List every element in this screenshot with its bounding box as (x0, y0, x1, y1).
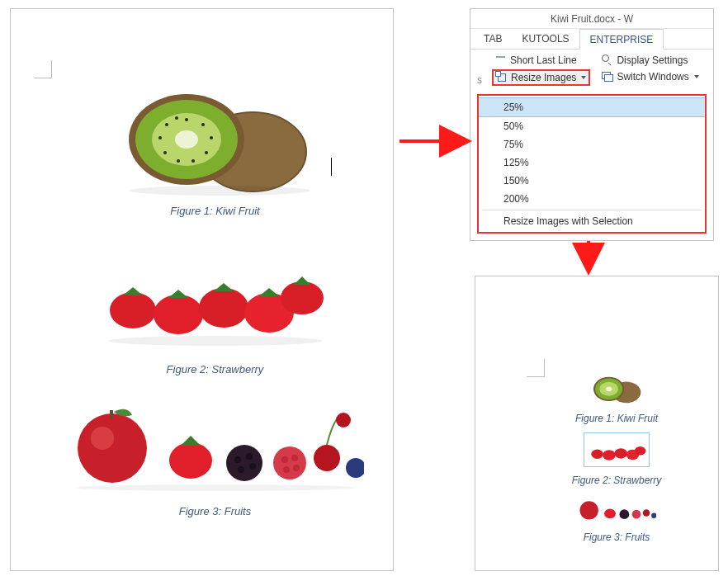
svg-point-27 (226, 445, 262, 481)
svg-point-14 (165, 123, 168, 126)
window-title: Kiwi Fruit.docx - W (470, 9, 713, 29)
figure-2-image-small[interactable] (584, 432, 650, 467)
resize-option-150[interactable]: 150% (479, 172, 705, 190)
resize-option-50[interactable]: 50% (479, 117, 705, 135)
svg-point-24 (91, 427, 114, 450)
svg-point-15 (175, 116, 178, 120)
figure-1-image-small[interactable] (587, 371, 646, 405)
svg-point-56 (651, 513, 656, 518)
svg-point-45 (606, 386, 612, 391)
page-margin-corner (527, 359, 545, 377)
resize-option-25[interactable]: 25% (479, 97, 705, 117)
svg-point-38 (336, 413, 351, 427)
figure-1-caption-small: Figure 1: Kiwi Fruit (525, 413, 708, 424)
short-last-line-label: Short Last Line (510, 54, 577, 66)
figure-3-block-small: Figure 3: Fruits (525, 494, 708, 543)
switch-windows-button[interactable]: Switch Windows (598, 69, 702, 84)
figure-3-image[interactable] (67, 390, 364, 498)
svg-point-18 (154, 295, 203, 334)
kiwi-fruit-image (587, 371, 646, 405)
figure-2-caption-small: Figure 2: Strawberry (525, 475, 708, 486)
resize-dropdown-highlight: 25% 50% 75% 125% 150% 200% Resize Images… (477, 94, 707, 234)
svg-point-30 (249, 463, 256, 470)
svg-point-39 (346, 458, 364, 478)
resize-option-125[interactable]: 125% (479, 154, 705, 172)
arrow-down (576, 239, 601, 281)
resize-dropdown-menu: 25% 50% 75% 125% 150% 200% Resize Images… (479, 96, 705, 232)
document-page-original: Figure 1: Kiwi Fruit Figure 2: Strawberr… (10, 8, 394, 571)
svg-point-9 (205, 151, 208, 154)
document-page-resized: Figure 1: Kiwi Fruit Figure 2: Strawberr… (475, 276, 719, 571)
fruits-row-image (67, 390, 364, 498)
svg-point-11 (177, 159, 180, 163)
figure-2-caption: Figure 2: Strawberry (52, 363, 378, 376)
svg-point-22 (108, 336, 323, 346)
magnifier-icon (602, 54, 613, 66)
tab-enterprise[interactable]: ENTERPRISE (579, 29, 664, 50)
svg-point-7 (201, 123, 205, 126)
resize-option-200[interactable]: 200% (479, 190, 705, 208)
svg-point-32 (273, 446, 306, 479)
tab-kutools[interactable]: KUTOOLS (512, 29, 579, 49)
svg-point-16 (129, 186, 310, 196)
svg-point-35 (293, 465, 300, 471)
ribbon-body: s Short Last Line Resize Images Display … (470, 50, 713, 94)
arrow-right (398, 129, 477, 154)
svg-point-21 (281, 281, 324, 314)
svg-point-10 (191, 159, 195, 163)
figure-3-caption-small: Figure 3: Fruits (525, 531, 708, 543)
svg-point-46 (591, 449, 603, 458)
svg-point-33 (281, 456, 288, 463)
svg-point-13 (158, 136, 162, 139)
tab-generic[interactable]: TAB (474, 29, 512, 49)
svg-point-17 (110, 292, 156, 328)
figure-3-block: Figure 3: Fruits (52, 390, 378, 517)
svg-point-28 (234, 456, 241, 463)
svg-point-54 (632, 510, 641, 519)
switch-windows-icon (602, 71, 613, 83)
resize-images-label: Resize Images (511, 72, 576, 83)
display-settings-label: Display Settings (617, 54, 688, 66)
svg-point-34 (291, 455, 298, 461)
figure-1-image[interactable] (104, 73, 327, 197)
svg-point-40 (75, 484, 356, 491)
switch-windows-label: Switch Windows (617, 71, 688, 83)
resize-option-75[interactable]: 75% (479, 135, 705, 154)
figure-1-block-small: Figure 1: Kiwi Fruit (525, 371, 708, 424)
ribbon-group-stub: s (477, 53, 484, 86)
svg-point-51 (579, 501, 598, 519)
svg-point-37 (314, 445, 340, 471)
ribbon-tabs: TAB KUTOOLS ENTERPRISE (470, 29, 713, 50)
strawberry-image (584, 433, 649, 466)
svg-point-47 (603, 450, 616, 460)
resize-option-with-selection[interactable]: Resize Images with Selection (479, 212, 705, 230)
page-margin-corner (34, 60, 52, 78)
svg-point-8 (210, 136, 213, 139)
svg-point-53 (619, 509, 629, 519)
svg-point-5 (175, 130, 198, 149)
chevron-down-icon (694, 75, 699, 78)
figure-2-image[interactable] (92, 232, 339, 356)
figure-3-image-small[interactable] (577, 494, 656, 524)
figure-1-caption: Figure 1: Kiwi Fruit (52, 205, 378, 217)
svg-point-23 (78, 413, 147, 483)
ribbon-panel: Kiwi Fruit.docx - W TAB KUTOOLS ENTERPRI… (470, 8, 714, 241)
short-last-line-icon (495, 54, 507, 66)
strawberry-image (92, 232, 339, 356)
svg-point-52 (604, 508, 616, 518)
fruits-row-image (577, 494, 656, 524)
figure-2-block: Figure 2: Strawberry (52, 232, 378, 376)
text-cursor (331, 158, 332, 176)
display-settings-button[interactable]: Display Settings (598, 53, 702, 68)
svg-point-6 (185, 118, 188, 121)
svg-point-55 (643, 509, 650, 517)
svg-point-29 (246, 453, 253, 460)
resize-images-button[interactable]: Resize Images (492, 69, 590, 86)
svg-rect-25 (110, 410, 113, 418)
short-last-line-button[interactable]: Short Last Line (492, 53, 590, 68)
chevron-down-icon (581, 76, 586, 79)
svg-point-48 (614, 448, 627, 458)
svg-point-31 (238, 466, 244, 473)
figure-3-caption: Figure 3: Fruits (52, 505, 378, 517)
resize-images-icon (496, 72, 508, 83)
